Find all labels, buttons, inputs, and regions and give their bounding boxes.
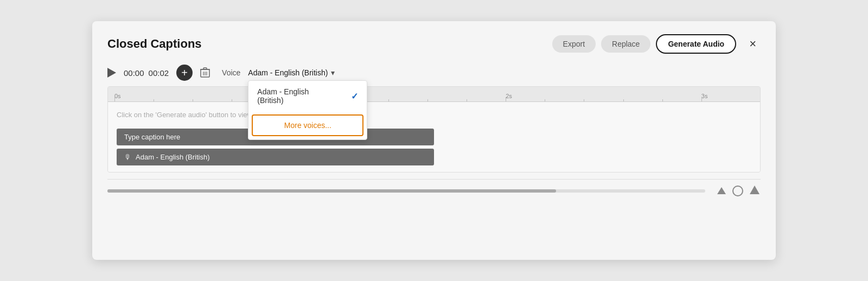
bottom-controls [716, 185, 761, 197]
voice-bar: 🎙 Adam - English (British) [117, 149, 434, 165]
svg-rect-2 [203, 68, 207, 69]
timeline-container: 0s 1s 2s 3s Click on the 'Generate a [107, 86, 761, 173]
dialog-header: Closed Captions Export Replace Generate … [107, 34, 761, 54]
toolbar: 00:00 00:02 + Voice Adam - English (Brit… [107, 65, 761, 81]
voice-name: Adam - English (British) [248, 68, 328, 77]
play-button[interactable] [107, 68, 116, 78]
checkmark-icon: ✓ [351, 91, 358, 101]
export-button[interactable]: Export [552, 35, 596, 53]
dropdown-item-adam-label: Adam - English (British) [257, 87, 309, 105]
time-end: 00:02 [149, 68, 169, 78]
close-button[interactable]: × [745, 35, 761, 53]
voice-selector[interactable]: Adam - English (British) ▾ Adam - Englis… [248, 68, 335, 77]
play-icon [107, 68, 116, 78]
timeline-info-text: Click on the 'Generate audio' button to … [108, 106, 760, 126]
zoom-circle-button[interactable] [732, 186, 743, 196]
bottom-bar [107, 179, 761, 197]
voice-dropdown: Adam - English (British) ✓ More voices..… [248, 80, 367, 140]
header-actions: Export Replace Generate Audio × [552, 34, 761, 54]
timeline-ruler: 0s 1s 2s 3s [108, 87, 760, 102]
scrollbar-thumb [107, 189, 556, 193]
svg-marker-6 [717, 187, 726, 194]
trash-icon [200, 67, 210, 78]
scrollbar-track[interactable] [107, 189, 705, 193]
zoom-out-icon[interactable] [716, 186, 727, 196]
time-display: 00:00 00:02 [124, 68, 169, 78]
voice-label: Voice [222, 68, 240, 77]
zoom-in-icon[interactable] [749, 185, 761, 197]
add-caption-button[interactable]: + [176, 65, 193, 81]
timeline-content: Click on the 'Generate audio' button to … [108, 102, 760, 172]
adam-label-line1: Adam - English [257, 87, 309, 96]
adam-label-line2: (British) [257, 96, 283, 105]
chevron-down-icon: ▾ [331, 68, 335, 77]
time-current: 00:00 [124, 68, 144, 78]
ruler-label-3: 3s [701, 93, 708, 99]
ruler-label-0: 0s [114, 93, 121, 99]
dialog-title: Closed Captions [107, 37, 202, 51]
dropdown-item-adam[interactable]: Adam - English (British) ✓ [248, 81, 367, 111]
svg-point-8 [754, 189, 756, 191]
closed-captions-dialog: Closed Captions Export Replace Generate … [92, 21, 776, 260]
more-voices-button[interactable]: More voices... [252, 114, 363, 136]
delete-caption-button[interactable] [200, 67, 210, 78]
generate-audio-button[interactable]: Generate Audio [656, 34, 736, 54]
mic-icon: 🎙 [124, 153, 131, 161]
ruler-label-2: 2s [506, 93, 512, 99]
replace-button[interactable]: Replace [601, 35, 650, 53]
voice-bar-label: Adam - English (British) [136, 153, 210, 161]
